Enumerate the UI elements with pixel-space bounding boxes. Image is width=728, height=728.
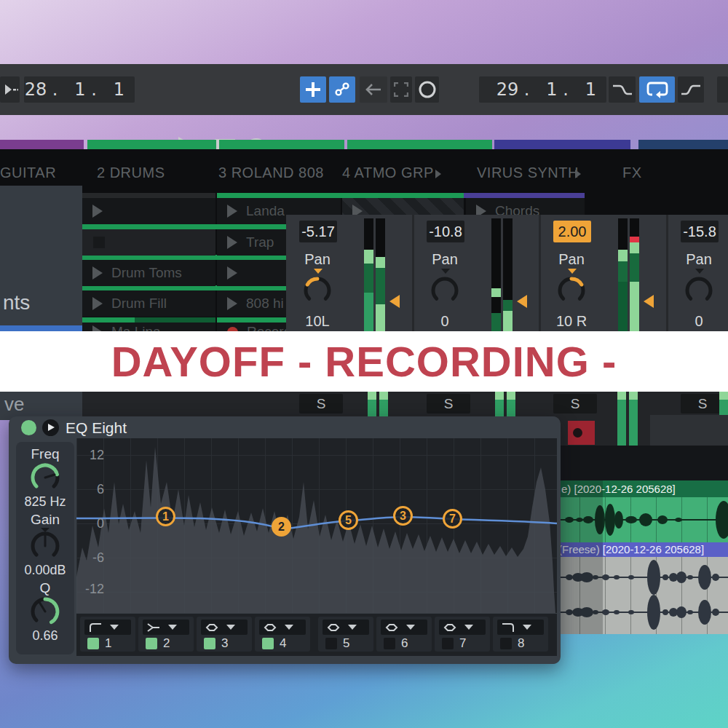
volume-value-field[interactable]: -15.8 — [681, 221, 719, 242]
eq-band-handle-2[interactable]: 2 — [272, 517, 291, 537]
chevron-down-icon — [523, 625, 531, 630]
band-enable-toggle[interactable] — [262, 638, 274, 649]
volume-value-field[interactable]: 2.00 — [553, 221, 591, 242]
band-number: 2 — [163, 636, 170, 651]
q-knob[interactable] — [28, 596, 62, 627]
browser-item-fragment[interactable]: ve — [4, 393, 24, 416]
pan-knob[interactable] — [298, 274, 336, 304]
eq-response-graph[interactable]: 12 6 0 -6 -12 1 2 5 3 7 — [76, 438, 557, 613]
pan-label: Pan — [668, 251, 728, 268]
track-header-atmo[interactable]: 4 ATMO GRP — [342, 165, 434, 183]
track-header-drums[interactable]: 2 DRUMS — [97, 165, 165, 183]
pan-label: Pan — [286, 251, 349, 268]
follow-button[interactable] — [0, 76, 20, 103]
track-color-tab[interactable] — [219, 140, 344, 149]
track-header-roland[interactable]: 3 ROLAND 808 — [218, 165, 324, 183]
new-midi-clip-button[interactable] — [300, 76, 326, 103]
pan-marker-icon — [695, 269, 704, 274]
bell-icon — [263, 622, 277, 633]
draw-mode-button[interactable] — [390, 76, 412, 103]
clip-slot[interactable]: Drum Toms — [82, 260, 215, 286]
device-preview-button[interactable] — [42, 419, 59, 436]
automation-mode-button[interactable] — [329, 76, 355, 103]
solo-button[interactable]: S — [299, 394, 343, 414]
track-header-guitar[interactable]: GUITAR — [0, 165, 56, 183]
band-enable-toggle[interactable] — [442, 638, 454, 649]
punch-in-icon — [612, 83, 633, 96]
pan-knob[interactable] — [680, 274, 718, 304]
transport-extra-button[interactable] — [717, 76, 728, 103]
volume-value-field[interactable]: -5.17 — [299, 221, 337, 242]
track-header-virus[interactable]: VIRUS SYNTH — [477, 165, 579, 183]
filter-type-selector[interactable] — [201, 620, 248, 635]
arm-record-icon — [573, 428, 582, 438]
band-number: 1 — [105, 636, 111, 651]
meter-arrow-icon[interactable] — [389, 295, 400, 308]
eq-band-handle-7[interactable]: 7 — [443, 509, 462, 529]
chevron-down-icon — [168, 625, 177, 630]
band-enable-toggle[interactable] — [325, 638, 337, 649]
track-color-tab[interactable] — [494, 140, 630, 149]
pan-knob[interactable] — [553, 274, 590, 304]
group-fold-icon[interactable] — [575, 170, 581, 178]
filter-type-selector[interactable] — [381, 620, 427, 635]
pan-knob[interactable] — [426, 274, 464, 304]
clip-play-icon — [227, 205, 237, 218]
group-fold-icon[interactable] — [435, 170, 441, 178]
track-color-tab[interactable] — [638, 140, 728, 149]
solo-button[interactable]: S — [681, 394, 724, 414]
filter-type-selector[interactable] — [323, 620, 369, 635]
clip-name: Record — [247, 324, 291, 331]
punch-position-field[interactable]: 29 . 1 . 1 — [479, 76, 606, 103]
band-enable-toggle[interactable] — [384, 638, 395, 649]
clip-slot[interactable] — [82, 198, 215, 224]
band-enable-toggle[interactable] — [87, 638, 99, 649]
session-record-button[interactable] — [415, 76, 439, 103]
filter-type-selector[interactable] — [439, 620, 486, 635]
freq-value[interactable]: 825 Hz — [16, 494, 74, 510]
solo-button[interactable]: S — [553, 394, 597, 414]
back-to-arrangement-button[interactable] — [360, 76, 387, 103]
track-color-tab[interactable] — [347, 140, 492, 149]
q-value[interactable]: 0.66 — [16, 628, 74, 644]
arrangement-background — [555, 446, 728, 480]
filter-type-selector[interactable] — [259, 620, 306, 635]
device-on-led[interactable] — [21, 420, 36, 435]
ableton-live-collage: 28 . 1 . 1 29 . 1 . 1 — [0, 0, 728, 728]
arrangement-position-field[interactable]: 28 . 1 . 1 — [24, 76, 135, 103]
browser-item-fragment[interactable]: nts — [3, 291, 30, 314]
pan-value: 0 — [414, 313, 476, 330]
arm-record-button[interactable] — [568, 421, 595, 445]
clip-slot[interactable]: Ma Lina — [82, 323, 215, 331]
filter-type-selector[interactable] — [143, 620, 189, 635]
gain-knob[interactable] — [28, 531, 62, 561]
track-header-fx[interactable]: FX — [622, 165, 642, 183]
eq-band-handle-1[interactable]: 1 — [156, 507, 175, 526]
meter-arrow-icon[interactable] — [517, 295, 527, 308]
punch-out-button[interactable] — [678, 76, 704, 103]
level-meter — [629, 392, 638, 447]
clip-slot-strip — [464, 193, 585, 198]
gain-value[interactable]: 0.00dB — [16, 563, 74, 578]
volume-value-field[interactable]: -10.8 — [427, 221, 464, 242]
meter-arrow-icon[interactable] — [644, 295, 654, 308]
solo-button[interactable]: S — [427, 394, 470, 414]
track-color-tab[interactable] — [0, 140, 84, 149]
filter-type-selector[interactable] — [84, 620, 131, 635]
preview-play-icon — [48, 424, 55, 431]
filter-type-selector[interactable] — [497, 620, 544, 635]
clip-slot[interactable] — [82, 229, 215, 256]
band-enable-toggle[interactable] — [500, 638, 512, 649]
freq-knob[interactable] — [28, 462, 62, 493]
punch-in-button[interactable] — [609, 76, 636, 103]
eq-band-handle-3[interactable]: 3 — [393, 506, 413, 526]
pan-value: 10L — [286, 313, 349, 330]
axis-label: -12 — [81, 582, 104, 597]
clip-slot[interactable]: Drum Fill — [82, 290, 215, 317]
band-enable-toggle[interactable] — [146, 638, 157, 649]
eq-band-handle-5[interactable]: 5 — [339, 510, 358, 530]
loop-button[interactable] — [639, 76, 675, 103]
bell-icon — [326, 622, 341, 633]
band-enable-toggle[interactable] — [204, 638, 215, 649]
track-color-tab[interactable] — [87, 140, 216, 149]
